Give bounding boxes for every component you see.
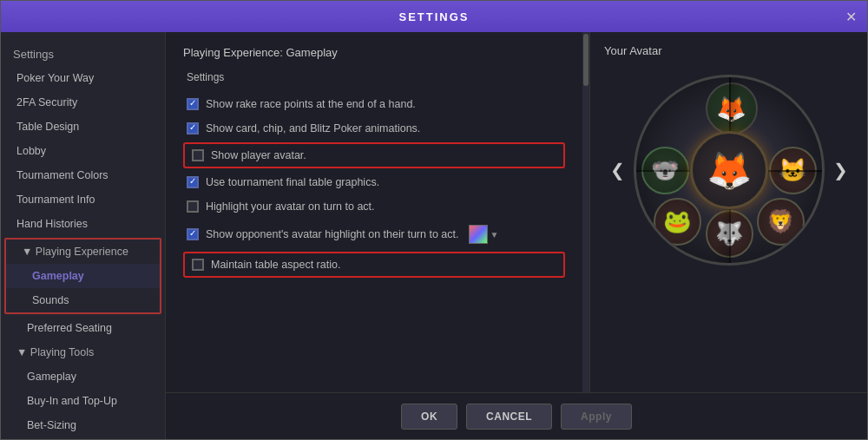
main-content: Playing Experience: Gameplay Settings Sh… [166,32,867,392]
setting-row-tournament-graphics: Use tournament final table graphics. [183,170,565,194]
setting-row-animations: Show card, chip, and Blitz Poker animati… [183,116,565,141]
checkbox-animations[interactable] [187,122,199,135]
avatar-wheel-container: ❮ 🦊 🐱 [604,75,853,266]
checkbox-highlight-avatar[interactable] [187,200,199,213]
sidebar: Settings Poker Your Way 2FA Security Tab… [1,32,166,439]
footer: OK CANCEL Apply [166,392,867,439]
sidebar-item-all-in[interactable]: All-In Options [1,437,165,439]
settings-panel: Playing Experience: Gameplay Settings Sh… [166,32,582,392]
settings-section-title: Settings [187,71,565,83]
panel-title: Playing Experience: Gameplay [183,46,565,59]
label-opponent-highlight: Show opponent's avatar highlight on thei… [206,228,458,240]
sidebar-item-lobby[interactable]: Lobby [1,139,165,163]
avatar-bottom-right[interactable]: 🦁 [757,198,805,246]
checkbox-opponent-highlight[interactable] [187,228,199,240]
ok-button[interactable]: OK [401,404,457,430]
sidebar-item-poker-your-way[interactable]: Poker Your Way [1,66,165,90]
label-maintain-ratio: Maintain table aspect ratio. [211,259,340,271]
main-area: Playing Experience: Gameplay Settings Sh… [166,32,867,439]
cancel-button[interactable]: CANCEL [466,404,552,430]
sidebar-item-tournament-colors[interactable]: Tournament Colors [1,163,165,187]
avatar-panel: Your Avatar ❮ 🦊 [589,32,867,392]
sidebar-item-hand-histories[interactable]: Hand Histories [1,212,165,236]
sidebar-item-buy-in[interactable]: Buy-In and Top-Up [1,389,165,413]
sidebar-item-playing-tools[interactable]: ▼ Playing Tools [1,340,165,364]
setting-row-maintain-ratio: Maintain table aspect ratio. [183,252,565,278]
title-bar: SETTINGS ✕ [1,1,867,32]
scrollbar-thumb [583,34,589,86]
checkbox-maintain-ratio[interactable] [192,259,204,271]
setting-row-highlight-avatar: Highlight your avatar on turn to act. [183,194,565,219]
label-animations: Show card, chip, and Blitz Poker animati… [206,122,420,135]
sidebar-item-2fa[interactable]: 2FA Security [1,90,165,115]
color-picker-button[interactable] [469,225,488,244]
avatar-panel-title: Your Avatar [604,44,853,57]
color-picker-container: ▼ [465,225,498,244]
color-dropdown-arrow[interactable]: ▼ [490,230,498,240]
checkbox-rake-race[interactable] [187,98,199,110]
label-show-avatar: Show player avatar. [211,149,306,161]
avatar-top[interactable]: 🦊 [706,82,758,135]
label-highlight-avatar: Highlight your avatar on turn to act. [206,200,375,213]
avatar-center[interactable]: 🦊 [690,131,768,209]
sidebar-heading: Settings [1,41,165,66]
label-rake-race: Show rake race points at the end of a ha… [206,98,416,110]
settings-dialog: SETTINGS ✕ Settings Poker Your Way 2FA S… [0,0,868,440]
sidebar-item-bet-sizing[interactable]: Bet-Sizing [1,413,165,437]
checkbox-show-avatar[interactable] [192,149,204,161]
sidebar-item-gameplay[interactable]: Gameplay [6,264,160,288]
avatar-wheel: 🦊 🐱 🦁 [634,75,825,266]
sidebar-item-tournament-info[interactable]: Tournament Info [1,187,165,212]
sidebar-item-sounds[interactable]: Sounds [6,288,160,312]
setting-row-show-avatar: Show player avatar. [183,142,565,168]
sidebar-item-table-design[interactable]: Table Design [1,115,165,139]
content-area: Settings Poker Your Way 2FA Security Tab… [1,32,867,439]
scrollbar[interactable] [582,32,589,392]
checkbox-tournament-graphics[interactable] [187,176,199,188]
avatar-right-arrow[interactable]: ❯ [830,156,852,184]
apply-button[interactable]: Apply [561,404,632,430]
setting-row-opponent-highlight: Show opponent's avatar highlight on thei… [183,219,565,250]
avatar-left-arrow[interactable]: ❮ [607,156,628,184]
close-button[interactable]: ✕ [845,9,857,25]
dialog-title: SETTINGS [398,10,469,23]
setting-row-rake-race: Show rake race points at the end of a ha… [183,92,565,116]
sidebar-item-preferred-seating[interactable]: Preferred Seating [1,316,165,340]
sidebar-item-gameplay2[interactable]: Gameplay [1,364,165,389]
wheel-background: 🦊 🐱 🦁 [634,75,825,266]
label-tournament-graphics: Use tournament final table graphics. [206,176,379,188]
avatar-bottom-left[interactable]: 🐸 [654,198,701,246]
sidebar-item-playing-experience[interactable]: ▼ Playing Experience [6,240,160,264]
